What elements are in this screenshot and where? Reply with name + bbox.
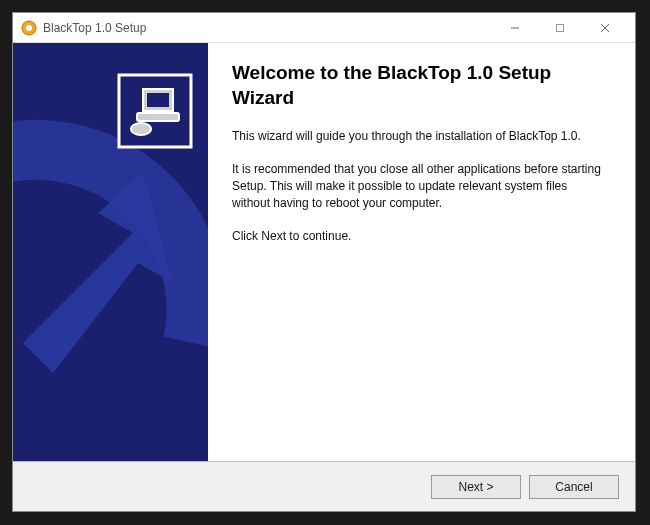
svg-rect-9 (147, 93, 169, 107)
app-icon (21, 20, 37, 36)
main-panel: Welcome to the BlackTop 1.0 Setup Wizard… (208, 43, 635, 461)
cancel-button[interactable]: Cancel (529, 475, 619, 499)
content-area: Welcome to the BlackTop 1.0 Setup Wizard… (13, 43, 635, 461)
svg-point-11 (131, 123, 151, 135)
titlebar: BlackTop 1.0 Setup (13, 13, 635, 43)
footer-bar: Next > Cancel (13, 461, 635, 511)
svg-point-1 (26, 25, 32, 31)
setup-window: BlackTop 1.0 Setup (12, 12, 636, 512)
svg-rect-10 (137, 113, 179, 121)
maximize-button[interactable] (537, 14, 582, 42)
minimize-button[interactable] (492, 14, 537, 42)
page-heading: Welcome to the BlackTop 1.0 Setup Wizard (232, 61, 607, 110)
window-title: BlackTop 1.0 Setup (43, 21, 492, 35)
intro-text-1: This wizard will guide you through the i… (232, 128, 607, 145)
intro-text-2: It is recommended that you close all oth… (232, 161, 607, 211)
svg-rect-3 (556, 24, 563, 31)
side-banner (13, 43, 208, 461)
close-button[interactable] (582, 14, 627, 42)
next-button[interactable]: Next > (431, 475, 521, 499)
intro-text-3: Click Next to continue. (232, 228, 607, 245)
